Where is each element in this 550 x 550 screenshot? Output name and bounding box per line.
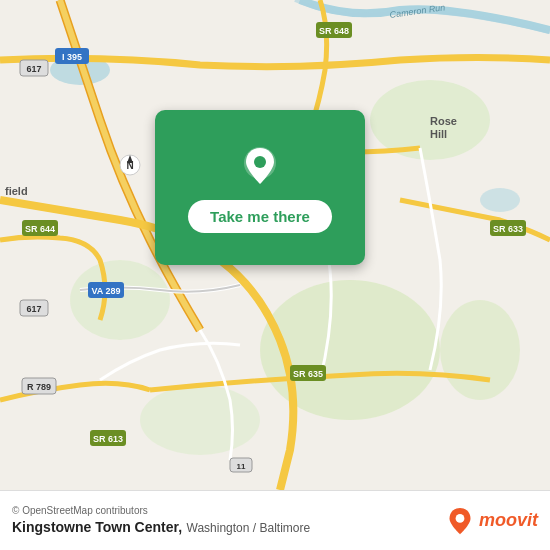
svg-text:SR 644: SR 644	[25, 224, 55, 234]
svg-point-3	[70, 260, 170, 340]
svg-text:SR 635: SR 635	[293, 369, 323, 379]
svg-point-4	[440, 300, 520, 400]
location-info: © OpenStreetMap contributors Kingstowne …	[12, 505, 310, 536]
location-region: Washington / Baltimore	[187, 521, 311, 535]
location-details: Kingstowne Town Center, Washington / Bal…	[12, 518, 310, 536]
svg-text:617: 617	[26, 64, 41, 74]
svg-point-41	[456, 514, 465, 523]
svg-text:I 395: I 395	[62, 52, 82, 62]
location-name: Kingstowne Town Center,	[12, 519, 182, 535]
bottom-bar: © OpenStreetMap contributors Kingstowne …	[0, 490, 550, 550]
map-container: I 395 SR 648 SR 613 SR 644 SR 633 617 61…	[0, 0, 550, 490]
svg-point-7	[480, 188, 520, 212]
svg-text:Rose: Rose	[430, 115, 457, 127]
svg-text:field: field	[5, 185, 28, 197]
svg-text:VA 289: VA 289	[91, 286, 120, 296]
moovit-brand-text: moovit	[479, 510, 538, 531]
take-me-there-button[interactable]: Take me there	[188, 200, 332, 233]
svg-text:SR 633: SR 633	[493, 224, 523, 234]
moovit-pin-icon	[446, 507, 474, 535]
svg-point-5	[140, 385, 260, 455]
svg-text:R 789: R 789	[27, 382, 51, 392]
moovit-logo: moovit	[446, 507, 538, 535]
svg-text:11: 11	[237, 462, 246, 471]
map-pin-icon	[236, 142, 284, 190]
osm-credit: © OpenStreetMap contributors	[12, 505, 310, 516]
svg-text:Hill: Hill	[430, 128, 447, 140]
svg-text:SR 648: SR 648	[319, 26, 349, 36]
svg-text:617: 617	[26, 304, 41, 314]
location-card: Take me there	[155, 110, 365, 265]
svg-text:SR 613: SR 613	[93, 434, 123, 444]
svg-point-40	[254, 156, 266, 168]
